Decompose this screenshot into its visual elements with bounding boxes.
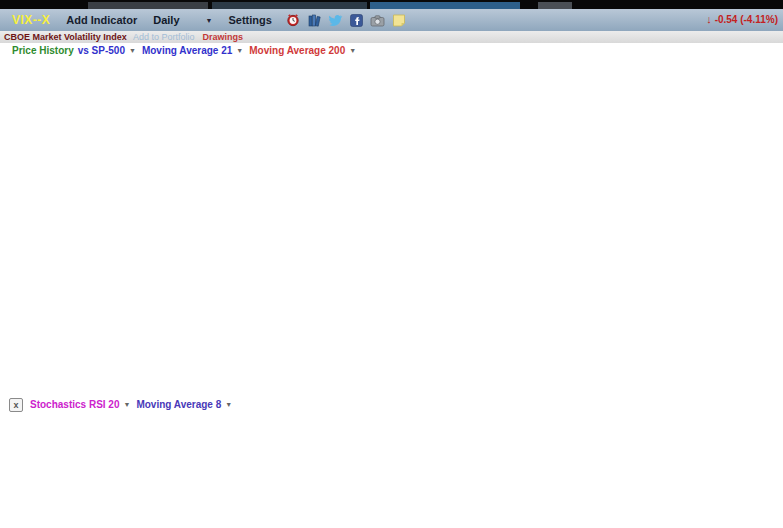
drawing-collapse-marker: [741, 478, 745, 483]
facebook-icon[interactable]: [350, 14, 363, 27]
vs-sp500-legend[interactable]: vs SP-500: [78, 45, 125, 56]
x-axis-month-label: Aug: [345, 489, 361, 499]
y-axis-tick-label: 40.00: [746, 447, 770, 458]
browser-tab: [370, 2, 520, 9]
ma200-legend[interactable]: Moving Average 200: [249, 45, 345, 56]
x-axis-month-label: Nov: [465, 489, 482, 499]
y-axis-tick-label: 19.50: [746, 273, 770, 284]
symbol-description: CBOE Market Volatility Index: [4, 32, 127, 42]
x-axis-month-label: Jun: [265, 489, 280, 499]
x-axis-month-label: Feb: [585, 489, 601, 499]
y-axis-tick-label: 13.50: [746, 324, 770, 335]
y-axis-tick-label: 24.00: [746, 235, 770, 246]
vertical-gridlines: [30, 58, 734, 482]
y-axis-tick-label: 80.00: [746, 418, 770, 429]
price-change-indicator: ↓ -0.54 (-4.11%): [706, 13, 778, 25]
price-chart-svg[interactable]: divergencedivergence45.0043.5042.0040.50…: [0, 0, 783, 528]
y-axis-tick-label: 27.00: [746, 210, 770, 221]
y-axis-tick-label: 20.00: [746, 462, 770, 473]
browser-chrome-strip: [0, 0, 783, 9]
chevron-down-icon[interactable]: ▼: [225, 401, 232, 408]
x-axis-date-label: 5/10/2013: [694, 491, 730, 500]
ellipse-annotation[interactable]: [562, 314, 746, 368]
last-price-box: [744, 331, 778, 344]
lower-panel-legend: Stochastics RSI 20 ▼ Moving Average 8 ▼: [30, 399, 238, 410]
trendline-drawing[interactable]: [0, 57, 747, 250]
y-axis-tick-label: 33.00: [746, 159, 770, 170]
browser-tab: [212, 2, 367, 9]
candlesticks: [8, 147, 742, 344]
x-axis-month-label: Jan: [546, 489, 561, 499]
ma21-legend[interactable]: Moving Average 21: [142, 45, 232, 56]
browser-tab: [88, 2, 208, 9]
y-axis-tick-label: 36.00: [746, 133, 770, 144]
x-axis-month-label: Jan: [65, 489, 80, 499]
chevron-down-icon[interactable]: ▼: [236, 47, 243, 54]
trendline-handle[interactable]: [745, 324, 750, 329]
y-axis-tick-label: 60.00: [746, 433, 770, 444]
chevron-down-icon[interactable]: ▼: [349, 47, 356, 54]
y-axis-tick-label: 37.50: [746, 120, 770, 131]
ellipse-annotation-fill: [97, 278, 267, 350]
y-axis-tick-label: 100.00: [746, 404, 775, 415]
drawing-handle[interactable]: [464, 343, 469, 348]
price-history-legend[interactable]: Price History: [12, 45, 74, 56]
y-axis-tick-label: 16.50: [746, 299, 770, 310]
add-to-portfolio-link[interactable]: Add to Portfolio: [133, 32, 195, 42]
last-price-box-text: 12.59: [749, 332, 773, 343]
add-indicator-button[interactable]: Add Indicator: [66, 14, 137, 26]
ellipse-annotation-fill: [361, 318, 465, 348]
change-value: -0.54 (-4.11%): [715, 14, 778, 25]
scrollbar-track[interactable]: [0, 507, 783, 517]
close-indicator-button[interactable]: x: [9, 398, 23, 412]
main-y-axis: 45.0043.5042.0040.5039.0037.5036.0034.50…: [746, 57, 770, 374]
main-chart-legend: Price History vs SP-500 ▼ Moving Average…: [12, 45, 362, 56]
y-axis-tick-label: 39.00: [746, 108, 770, 119]
lower-y-axis: 100.0080.0060.0040.0020.00: [746, 404, 775, 473]
scrollbar-thumb[interactable]: [190, 508, 756, 516]
y-axis-tick-label: 18.00: [746, 286, 770, 297]
y-axis-tick-label: 28.50: [746, 197, 770, 208]
ellipse-annotation[interactable]: [361, 318, 465, 348]
symbol-label[interactable]: VIX--X: [12, 13, 50, 27]
window-left-border: [0, 9, 2, 508]
divergence-annotation: divergence: [692, 360, 741, 371]
chevron-down-icon[interactable]: ▼: [129, 47, 136, 54]
drawings-menu[interactable]: Drawings: [202, 32, 243, 42]
trendline-handle[interactable]: [744, 247, 749, 252]
sticky-note-icon[interactable]: [392, 13, 406, 27]
y-axis-tick-label: 43.50: [746, 69, 770, 80]
lower-last-value-box: [744, 475, 772, 488]
x-axis-month-label: Apr: [181, 489, 195, 499]
timeframe-dropdown[interactable]: Daily ▼: [153, 14, 212, 26]
chart-canvas[interactable]: divergencedivergence45.0043.5042.0040.50…: [0, 0, 783, 528]
alarm-clock-icon[interactable]: [286, 13, 300, 27]
trendline-drawing[interactable]: [4, 60, 748, 327]
panel-divider[interactable]: [2, 391, 756, 395]
ellipse-annotation[interactable]: [97, 278, 267, 350]
x-axis-month-label: Oct: [426, 489, 441, 499]
x-axis-month-label: Feb: [99, 489, 115, 499]
drawing-collapse-marker: [740, 362, 744, 367]
library-icon[interactable]: [307, 13, 321, 27]
ma21-line: [9, 165, 741, 333]
y-axis-tick-label: 31.50: [746, 171, 770, 182]
down-arrow-icon: ↓: [706, 13, 712, 25]
ma200-line: [148, 224, 743, 320]
stochastics-legend[interactable]: Stochastics RSI 20: [30, 399, 119, 410]
ma8-legend[interactable]: Moving Average 8: [136, 399, 221, 410]
drawing-handle[interactable]: [95, 345, 100, 350]
y-axis-tick-label: 21.00: [746, 261, 770, 272]
twitter-icon[interactable]: [328, 13, 343, 27]
drawing-handle[interactable]: [560, 365, 565, 370]
camera-icon[interactable]: [370, 14, 385, 27]
timeframe-label: Daily: [153, 14, 179, 26]
divergence-annotation: divergence: [414, 348, 463, 359]
chevron-down-icon[interactable]: ▼: [123, 401, 130, 408]
y-axis-tick-label: 15.00: [746, 312, 770, 323]
settings-button[interactable]: Settings: [228, 14, 271, 26]
drawing-collapse-marker: [740, 72, 744, 77]
symbol-info-bar: CBOE Market Volatility Index Add to Port…: [0, 31, 783, 43]
y-axis-tick-label: 12.00: [746, 337, 770, 348]
ma8-line: [8, 424, 742, 476]
